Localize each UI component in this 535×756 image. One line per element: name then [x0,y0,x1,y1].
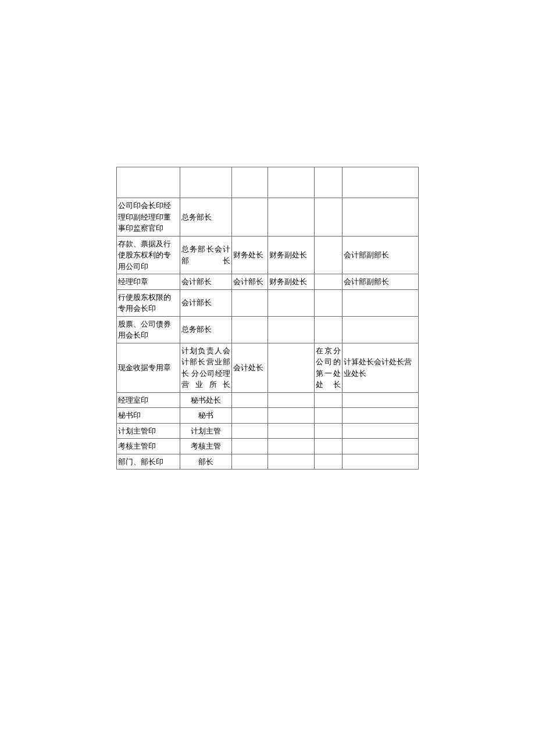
cell [232,439,268,454]
cell [232,408,268,424]
cell: 秘书处长 [180,392,231,408]
header-cell [117,167,180,198]
table: 公司印会长印经理印副经理印董事印监察官印 总务部长 存款、票据及行使股东权利的专… [116,167,419,470]
cell-seal-name: 考核主管印 [117,439,180,454]
cell: 考核主管 [180,439,231,454]
table-row: 股票、公司债券 用会长印 总务部长 [117,316,419,343]
cell-seal-name: 股票、公司债券 用会长印 [117,316,180,343]
table-row: 部门、部长印 部长 [117,454,419,470]
cell: 会计部长 [180,274,231,290]
header-cell [342,167,418,198]
cell [315,439,343,454]
cell-seal-name: 秘书印 [117,408,180,424]
header-cell [180,167,231,198]
cell [342,316,418,343]
cell: 财务副处长 [268,236,314,274]
cell-seal-name: 部门、部长印 [117,454,180,470]
table-row: 计划主管印 计划主管 [117,423,419,439]
header-cell [268,167,314,198]
cell: 会计处长 [232,343,268,392]
cell-seal-name: 经理室印 [117,392,180,408]
table-row: 现金收据专用章 计划负责人会计部长营业部长 分公司经理营业所长 会计处长 在京分… [117,343,419,392]
cell [315,289,343,316]
cell [342,439,418,454]
cell [315,454,343,470]
cell [268,439,314,454]
table-row: 经理印章 会计部长 会计部长 财务副处长 会计部副部长 [117,274,419,290]
cell [232,198,268,237]
cell [342,392,418,408]
cell [268,316,314,343]
cell [342,289,418,316]
cell-seal-name: 存款、票据及行使股东权利的专用公司印 [117,236,180,274]
cell: 财务副处长 [268,274,314,290]
cell [342,408,418,424]
cell [268,454,314,470]
cell-seal-name: 计划主管印 [117,423,180,439]
cell [315,423,343,439]
cell-seal-name: 现金收据专用章 [117,343,180,392]
cell [268,289,314,316]
table-row: 考核主管印 考核主管 [117,439,419,454]
cell [315,316,343,343]
table-header-row [117,167,419,198]
table-row: 公司印会长印经理印副经理印董事印监察官印 总务部长 [117,198,419,237]
cell: 会计部长 [232,274,268,290]
table-row: 秘书印 秘书 [117,408,419,424]
cell: 会计部副部长 [342,274,418,290]
cell-seal-name: 行使股东权限的专用会长印 [117,289,180,316]
cell: 总务部长 [180,198,231,237]
cell [268,343,314,392]
cell [232,316,268,343]
cell [342,423,418,439]
cell: 会计部副部长 [342,236,418,274]
cell [268,423,314,439]
seal-authority-table: 公司印会长印经理印副经理印董事印监察官印 总务部长 存款、票据及行使股东权利的专… [116,167,419,470]
cell [342,454,418,470]
cell: 财务处长 [232,236,268,274]
header-cell [315,167,343,198]
cell: 计算处长会计处长营业处长 [342,343,418,392]
cell [315,236,343,274]
table-row: 存款、票据及行使股东权利的专用公司印 总务部长会计部长 财务处长 财务副处长 会… [117,236,419,274]
cell: 总务部长 [180,316,231,343]
cell [315,274,343,290]
cell [315,408,343,424]
cell-seal-name: 经理印章 [117,274,180,290]
cell [342,198,418,237]
cell [232,423,268,439]
cell [232,454,268,470]
cell [315,198,343,237]
cell [232,289,268,316]
cell: 秘书 [180,408,231,424]
cell [315,392,343,408]
table-row: 行使股东权限的专用会长印 会计部长 [117,289,419,316]
cell: 在京分公司的第一处处长 [315,343,343,392]
header-cell [232,167,268,198]
cell: 计划负责人会计部长营业部长 分公司经理营业所长 [180,343,231,392]
cell-seal-name: 公司印会长印经理印副经理印董事印监察官印 [117,198,180,237]
cell: 会计部长 [180,289,231,316]
cell: 计划主管 [180,423,231,439]
cell: 部长 [180,454,231,470]
cell [232,392,268,408]
cell [268,198,314,237]
table-row: 经理室印 秘书处长 [117,392,419,408]
cell [268,408,314,424]
cell [268,392,314,408]
cell: 总务部长会计部长 [180,236,231,274]
